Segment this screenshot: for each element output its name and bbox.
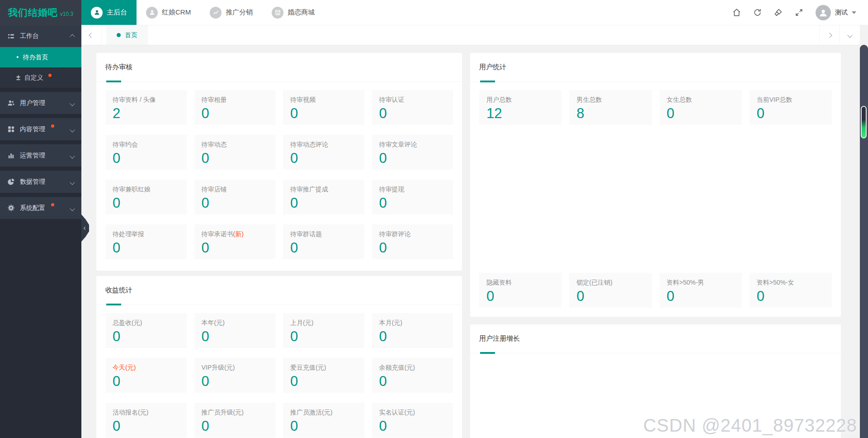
- chevron-down-icon: [71, 205, 74, 212]
- chevron-down-icon: [71, 152, 74, 159]
- stat-value: 0: [667, 289, 735, 304]
- stat-value: 0: [379, 106, 446, 121]
- stat-value: 0: [379, 151, 446, 166]
- fullscreen-icon[interactable]: [795, 8, 803, 17]
- stat-tile[interactable]: 锁定(已注销) 0: [569, 273, 651, 308]
- stat-tile[interactable]: 待审动态 0: [194, 135, 276, 170]
- stat-tile[interactable]: 待审视频 0: [283, 90, 364, 125]
- stat-tile[interactable]: 总盈收(元) 0: [105, 313, 187, 348]
- stat-tile[interactable]: 待审兼职红娘 0: [105, 180, 187, 214]
- sidebar-item-content-management[interactable]: 内容管理: [0, 118, 81, 140]
- tab-home-label: 首页: [125, 31, 137, 39]
- stat-tile[interactable]: 活动报名(元) 0: [105, 403, 187, 438]
- stat-tile[interactable]: 当前VIP总数 0: [750, 90, 832, 125]
- stat-value: 0: [290, 196, 357, 211]
- app-version: v10.3: [60, 11, 73, 17]
- sidebar-item-label: 工作台: [20, 32, 39, 40]
- tabs-menu-button[interactable]: [840, 25, 860, 45]
- stat-label: 待审动态评论: [290, 141, 357, 149]
- stat-tile[interactable]: VIP升级(元) 0: [194, 358, 276, 393]
- app-title: 我们结婚吧: [8, 6, 58, 19]
- stat-tile[interactable]: 待审群评论 0: [372, 224, 453, 259]
- stat-tile[interactable]: 待审相册 0: [194, 90, 276, 125]
- stat-tile[interactable]: 爱豆充值(元) 0: [283, 358, 364, 393]
- mall-store-icon: [272, 7, 283, 19]
- stat-tile[interactable]: 待审认证 0: [372, 90, 453, 125]
- stat-tile[interactable]: 男生总数 8: [569, 90, 651, 125]
- stat-tile[interactable]: 待审店铺 0: [194, 180, 276, 214]
- stat-tile[interactable]: 推广员激活(元) 0: [283, 403, 364, 438]
- stat-value: 0: [379, 196, 446, 211]
- stat-tile[interactable]: 今天(元) 0: [105, 358, 187, 393]
- stat-value: 0: [757, 106, 825, 121]
- sidebar-item-label: 待办首页: [23, 53, 48, 62]
- stat-tile[interactable]: 待审推广提成 0: [283, 180, 364, 214]
- sidebar-item-system-settings[interactable]: 系统配置: [0, 197, 81, 219]
- stat-tile[interactable]: 待审约会 0: [105, 135, 187, 170]
- scrollbar-thumb[interactable]: [861, 106, 867, 138]
- stat-label: 推广员激活(元): [290, 409, 357, 417]
- sidebar-item-label: 数据管理: [20, 178, 45, 186]
- stat-tile[interactable]: 资料>50%-女 0: [750, 273, 832, 308]
- sidebar-item-label: 内容管理: [20, 125, 45, 133]
- stat-tile[interactable]: 待审文章评论 0: [372, 135, 453, 170]
- main-content: 待办审核 待审资料 / 头像 2 待审相册 0: [81, 45, 860, 438]
- active-tab-dot-icon: [117, 33, 121, 37]
- tabs-scroll-left-button[interactable]: [81, 25, 102, 45]
- home-icon[interactable]: [732, 8, 741, 17]
- stat-label: 用户总数: [486, 96, 554, 104]
- bullet-icon: ●: [16, 55, 19, 59]
- stat-tile[interactable]: 上月(元) 0: [283, 313, 364, 348]
- app-tab-main-admin[interactable]: 主后台: [81, 0, 137, 25]
- stat-tile[interactable]: 余额充值(元) 0: [372, 358, 453, 393]
- stat-label: 推广员升级(元): [202, 409, 269, 417]
- top-bar: 主后台 红娘CRM 推广分销 婚恋商城: [81, 0, 868, 25]
- stat-tile[interactable]: 推广员升级(元) 0: [194, 403, 276, 438]
- sidebar-item-todo-home[interactable]: ● 待办首页: [0, 47, 81, 67]
- stat-tile[interactable]: 用户总数 12: [479, 90, 561, 125]
- stat-label: 余额充值(元): [379, 364, 446, 372]
- stat-tile[interactable]: 资料>50%-男 0: [660, 273, 742, 308]
- stat-tile[interactable]: 隐藏资料 0: [479, 273, 561, 308]
- tab-home[interactable]: 首页: [106, 25, 148, 45]
- workbench-submenu: ● 待办首页 ± 自定义: [0, 47, 81, 88]
- stat-tile[interactable]: 实名认证(元) 0: [372, 403, 453, 438]
- sidebar-item-operations-management[interactable]: 运营管理: [0, 144, 81, 167]
- stat-label: 女生总数: [667, 96, 735, 104]
- stat-tile[interactable]: 待审提现 0: [372, 180, 453, 214]
- stat-tile[interactable]: 待审承诺书(新) 0: [194, 224, 276, 259]
- app-tab-mall[interactable]: 婚恋商城: [262, 0, 324, 25]
- sidebar-item-label: 系统配置: [20, 204, 45, 212]
- tabs-scroll-right-button[interactable]: [819, 25, 840, 45]
- stat-value: 0: [379, 329, 446, 344]
- title-underline: [480, 81, 495, 82]
- sidebar-item-workbench[interactable]: 工作台: [0, 25, 81, 47]
- vertical-scrollbar[interactable]: [860, 45, 868, 438]
- title-underline: [106, 81, 121, 82]
- stat-tile[interactable]: 待审群话题 0: [283, 224, 364, 259]
- app-logo: 我们结婚吧 v10.3: [0, 0, 81, 25]
- user-stats-card: 用户统计 用户总数 12 男生总数: [470, 53, 841, 317]
- stat-label: 待审兼职红娘: [113, 186, 179, 194]
- console-person-icon: [91, 7, 103, 19]
- refresh-icon[interactable]: [753, 8, 762, 17]
- sidebar-item-data-management[interactable]: 数据管理: [0, 171, 81, 193]
- user-menu[interactable]: 测试: [816, 5, 856, 20]
- app-tab-label: 推广分销: [226, 8, 253, 17]
- card-header: 收益统计: [96, 276, 462, 305]
- sidebar-item-user-management[interactable]: 用户管理: [0, 92, 81, 114]
- card-title: 待办审核: [105, 63, 132, 71]
- stat-tile[interactable]: 本年(元) 0: [194, 313, 276, 348]
- stat-tile[interactable]: 待审动态评论 0: [283, 135, 364, 170]
- app-tab-crm[interactable]: 红娘CRM: [137, 0, 200, 25]
- stat-tile[interactable]: 待审资料 / 头像 2: [105, 90, 187, 125]
- stat-value: 0: [113, 329, 179, 344]
- gear-icon: [7, 204, 15, 212]
- clear-cache-icon[interactable]: [774, 8, 783, 17]
- stat-tile[interactable]: 待处理举报 0: [105, 224, 187, 259]
- stat-tile[interactable]: 女生总数 0: [660, 90, 742, 125]
- app-tab-promotion[interactable]: 推广分销: [200, 0, 262, 25]
- stat-tile[interactable]: 本月(元) 0: [372, 313, 453, 348]
- sidebar-item-custom[interactable]: ± 自定义: [0, 67, 81, 88]
- user-name: 测试: [835, 9, 848, 17]
